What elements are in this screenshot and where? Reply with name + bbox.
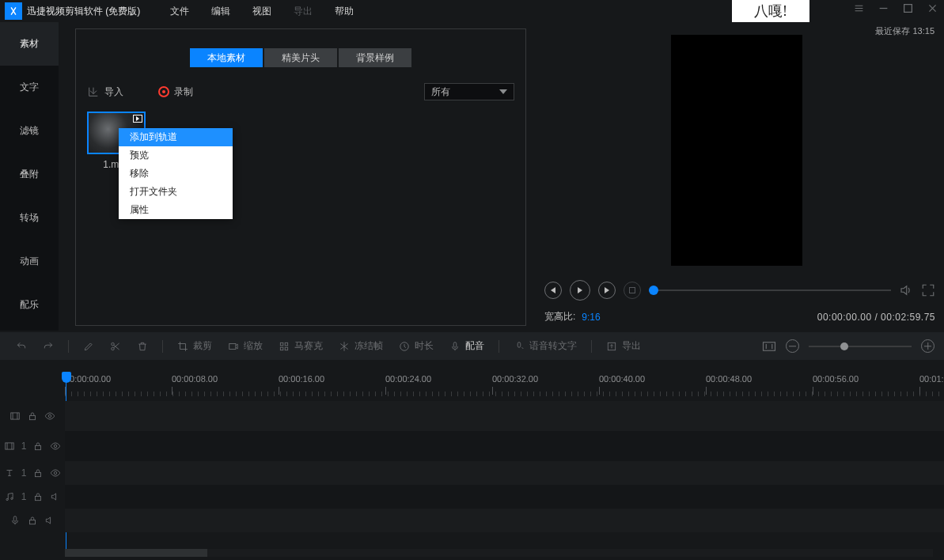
track-body[interactable] xyxy=(65,485,944,509)
delete-button[interactable] xyxy=(131,341,154,352)
zoom-handle[interactable] xyxy=(840,342,848,350)
volume-icon[interactable] xyxy=(50,491,61,502)
stt-button[interactable]: 语音转文字 xyxy=(507,339,583,353)
filter-dropdown[interactable]: 所有 xyxy=(424,83,514,100)
stop-button[interactable] xyxy=(624,282,641,299)
nav-transition[interactable]: 转场 xyxy=(0,196,59,240)
tab-local[interactable]: 本地素材 xyxy=(190,48,263,67)
scrollbar-thumb[interactable] xyxy=(65,549,207,557)
text-track-1[interactable]: 1 xyxy=(0,461,944,485)
lock-icon[interactable] xyxy=(32,491,44,502)
nav-text[interactable]: 文字 xyxy=(0,66,59,109)
menu-help[interactable]: 帮助 xyxy=(335,5,354,18)
track-header[interactable]: 1 xyxy=(0,461,65,485)
fit-icon[interactable] xyxy=(762,341,776,352)
nav-overlay[interactable]: 叠附 xyxy=(0,153,59,196)
svg-rect-7 xyxy=(285,347,288,350)
time-ruler[interactable]: 00:00:00.00 00:00:08.00 00:00:16.00 00:0… xyxy=(65,374,944,398)
freeze-button[interactable]: 冻结帧 xyxy=(332,339,389,353)
nav-filters[interactable]: 滤镜 xyxy=(0,109,59,153)
zoom-controls xyxy=(762,339,935,353)
cut-button[interactable] xyxy=(104,341,127,352)
duration-button[interactable]: 时长 xyxy=(392,339,440,353)
menu-edit[interactable]: 编辑 xyxy=(211,5,230,18)
svg-point-20 xyxy=(55,471,58,475)
title-ad[interactable]: 八嘎! xyxy=(732,0,809,22)
prev-frame-button[interactable] xyxy=(544,282,562,299)
ctx-open-folder[interactable]: 打开文件夹 xyxy=(119,183,233,201)
mosaic-button[interactable]: 马赛克 xyxy=(272,339,329,353)
volume-icon[interactable] xyxy=(899,283,913,297)
lock-icon[interactable] xyxy=(32,441,44,452)
settings-icon[interactable] xyxy=(854,3,864,13)
maximize-icon[interactable] xyxy=(903,3,913,13)
eye-icon[interactable] xyxy=(44,411,55,422)
trash-icon xyxy=(137,341,148,352)
play-button[interactable] xyxy=(570,280,590,301)
play-indicator-icon xyxy=(133,115,142,123)
titlebar: 迅捷视频剪辑软件 (免费版) 文件 编辑 视图 导出 帮助 八嘎! xyxy=(0,0,944,22)
timeline-scrollbar[interactable] xyxy=(65,549,933,557)
video-track-main[interactable] xyxy=(0,401,944,431)
lock-icon[interactable] xyxy=(27,411,38,422)
track-body[interactable] xyxy=(65,461,944,485)
ctx-preview[interactable]: 预览 xyxy=(119,146,233,165)
separator xyxy=(499,340,499,353)
zoom-slider[interactable] xyxy=(809,346,912,347)
nav-material[interactable]: 素材 xyxy=(0,22,59,66)
redo-button[interactable] xyxy=(36,341,60,352)
ctx-properties[interactable]: 属性 xyxy=(119,201,233,219)
eye-icon[interactable] xyxy=(50,467,61,479)
zoom-button[interactable]: 缩放 xyxy=(222,339,269,353)
record-button[interactable]: 录制 xyxy=(158,85,193,99)
track-header[interactable] xyxy=(0,401,65,431)
track-body[interactable] xyxy=(65,509,944,532)
track-header[interactable]: 1 xyxy=(0,485,65,509)
eye-icon[interactable] xyxy=(50,441,61,452)
tab-bg[interactable]: 背景样例 xyxy=(339,48,411,67)
crop-button[interactable]: 裁剪 xyxy=(171,339,218,353)
zoom-in-button[interactable] xyxy=(921,339,935,353)
ruler-mark: 00:00:08.00 xyxy=(172,374,218,384)
tab-intro[interactable]: 精美片头 xyxy=(264,48,337,67)
triangle-left-icon xyxy=(551,287,555,293)
export-button[interactable]: 导出 xyxy=(600,339,647,353)
close-icon[interactable] xyxy=(927,3,938,13)
audio-track-1[interactable]: 1 xyxy=(0,485,944,509)
track-index: 1 xyxy=(21,491,27,502)
preview-canvas[interactable] xyxy=(671,35,802,266)
fullscreen-icon[interactable] xyxy=(921,283,935,297)
lock-icon[interactable] xyxy=(32,467,44,479)
undo-button[interactable] xyxy=(9,341,33,352)
nav-animation[interactable]: 动画 xyxy=(0,240,59,283)
volume-icon[interactable] xyxy=(44,515,55,526)
ratio-value[interactable]: 9:16 xyxy=(582,312,600,323)
lock-icon[interactable] xyxy=(27,515,38,526)
voice-track[interactable] xyxy=(0,509,944,532)
edit-button[interactable] xyxy=(77,341,100,352)
ctx-remove[interactable]: 移除 xyxy=(119,165,233,183)
separator xyxy=(162,340,163,353)
svg-rect-25 xyxy=(30,520,36,524)
menu-file[interactable]: 文件 xyxy=(170,5,189,18)
ctx-add-to-track[interactable]: 添加到轨道 xyxy=(119,128,233,146)
import-button[interactable]: 导入 xyxy=(87,85,123,99)
media-tabs: 本地素材 精美片头 背景样例 xyxy=(76,48,525,67)
seek-handle[interactable] xyxy=(649,286,658,295)
menu-view[interactable]: 视图 xyxy=(252,5,271,18)
track-header[interactable] xyxy=(0,509,65,532)
svg-point-22 xyxy=(10,498,12,499)
track-body[interactable] xyxy=(65,431,944,461)
dub-button[interactable]: 配音 xyxy=(443,339,491,353)
track-header[interactable]: 1 xyxy=(0,431,65,461)
track-body[interactable] xyxy=(65,401,944,431)
minimize-icon[interactable] xyxy=(878,3,889,13)
preview-seek[interactable] xyxy=(649,289,891,291)
app-icon xyxy=(5,2,22,20)
nav-music[interactable]: 配乐 xyxy=(0,283,59,327)
redo-icon xyxy=(43,341,54,352)
video-track-1[interactable]: 1 xyxy=(0,431,944,461)
timeline-toolbar: 裁剪 缩放 马赛克 冻结帧 时长 配音 语音转文字 导出 xyxy=(0,332,944,360)
next-frame-button[interactable] xyxy=(598,282,616,299)
zoom-out-button[interactable] xyxy=(786,339,799,353)
